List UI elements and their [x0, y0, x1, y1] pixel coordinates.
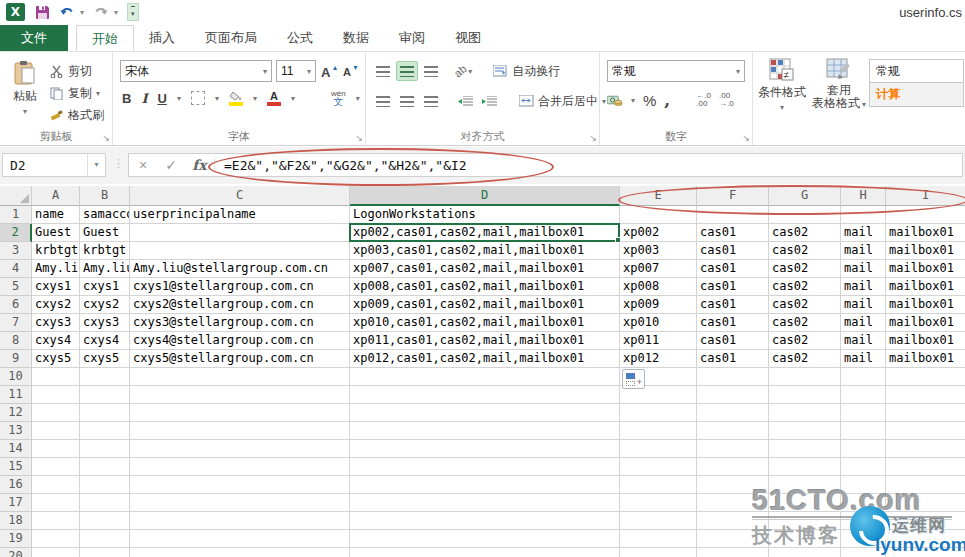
cell-B1[interactable]: samaccountname: [80, 206, 130, 224]
cell-B9[interactable]: cxys5: [80, 350, 130, 368]
cell-H19[interactable]: [841, 530, 886, 548]
cell-C8[interactable]: cxys4@stellargroup.com.cn: [130, 332, 350, 350]
row-header-8[interactable]: 8: [0, 332, 32, 350]
cell-I2[interactable]: mailbox01: [886, 224, 965, 242]
row-header-5[interactable]: 5: [0, 278, 32, 296]
format-as-table-button[interactable]: 套用表格格式 ▾: [811, 58, 867, 111]
tab-home[interactable]: 开始: [76, 25, 134, 51]
increase-decimal-button[interactable]: ←.0 .00: [696, 92, 711, 108]
cell-I12[interactable]: [886, 404, 965, 422]
cell-B16[interactable]: [80, 476, 130, 494]
cell-D7[interactable]: xp010,cas01,cas02,mail,mailbox01: [350, 314, 620, 332]
cell-I11[interactable]: [886, 386, 965, 404]
cell-G12[interactable]: [769, 404, 841, 422]
cell-D10[interactable]: [350, 368, 620, 386]
cell-A20[interactable]: [32, 548, 80, 557]
cell-A7[interactable]: cxys3: [32, 314, 80, 332]
cell-H1[interactable]: [841, 206, 886, 224]
cell-E14[interactable]: [620, 440, 697, 458]
borders-dropdown[interactable]: ▾: [215, 94, 219, 103]
row-header-4[interactable]: 4: [0, 260, 32, 278]
enter-formula-icon[interactable]: ✓: [157, 157, 185, 173]
cell-A14[interactable]: [32, 440, 80, 458]
cell-F14[interactable]: [697, 440, 769, 458]
cell-H3[interactable]: mail: [841, 242, 886, 260]
cell-I1[interactable]: [886, 206, 965, 224]
tab-review[interactable]: 审阅: [384, 25, 440, 51]
cell-F16[interactable]: [697, 476, 769, 494]
cell-A16[interactable]: [32, 476, 80, 494]
cell-F7[interactable]: cas01: [697, 314, 769, 332]
cell-A4[interactable]: Amy.liu: [32, 260, 80, 278]
font-color-dropdown[interactable]: ▾: [291, 94, 295, 103]
tab-view[interactable]: 视图: [440, 25, 496, 51]
cell-D9[interactable]: xp012,cas01,cas02,mail,mailbox01: [350, 350, 620, 368]
column-header-F[interactable]: F: [697, 186, 769, 206]
cell-B5[interactable]: cxys1: [80, 278, 130, 296]
cell-B8[interactable]: cxys4: [80, 332, 130, 350]
cell-F20[interactable]: [697, 548, 769, 557]
cell-B4[interactable]: Amy.liu: [80, 260, 130, 278]
cell-A1[interactable]: name: [32, 206, 80, 224]
cell-F15[interactable]: [697, 458, 769, 476]
tab-insert[interactable]: 插入: [134, 25, 190, 51]
cell-G13[interactable]: [769, 422, 841, 440]
select-all-corner[interactable]: [0, 186, 32, 206]
decrease-indent-icon[interactable]: [454, 91, 476, 111]
cell-D13[interactable]: [350, 422, 620, 440]
cell-G5[interactable]: cas02: [769, 278, 841, 296]
align-left-icon[interactable]: [372, 91, 394, 111]
column-header-C[interactable]: C: [130, 186, 350, 206]
cell-B11[interactable]: [80, 386, 130, 404]
cell-H4[interactable]: mail: [841, 260, 886, 278]
cell-G16[interactable]: [769, 476, 841, 494]
font-color-icon[interactable]: A: [267, 91, 281, 106]
conditional-formatting-button[interactable]: ≠ 条件格式 ▾: [757, 58, 807, 112]
cell-B12[interactable]: [80, 404, 130, 422]
row-header-20[interactable]: 20: [0, 548, 32, 557]
cell-C10[interactable]: [130, 368, 350, 386]
cell-I8[interactable]: mailbox01: [886, 332, 965, 350]
cell-C6[interactable]: cxys2@stellargroup.com.cn: [130, 296, 350, 314]
insert-function-icon[interactable]: fx: [185, 157, 215, 173]
cell-D12[interactable]: [350, 404, 620, 422]
cell-H7[interactable]: mail: [841, 314, 886, 332]
cell-E8[interactable]: xp011: [620, 332, 697, 350]
row-header-15[interactable]: 15: [0, 458, 32, 476]
cell-F6[interactable]: cas01: [697, 296, 769, 314]
cell-D5[interactable]: xp008,cas01,cas02,mail,mailbox01: [350, 278, 620, 296]
paste-options-button[interactable]: +: [622, 369, 645, 389]
cell-E12[interactable]: [620, 404, 697, 422]
cell-A5[interactable]: cxys1: [32, 278, 80, 296]
cell-C11[interactable]: [130, 386, 350, 404]
cell-A3[interactable]: krbtgt: [32, 242, 80, 260]
percent-style-button[interactable]: %: [643, 92, 656, 109]
cell-I19[interactable]: [886, 530, 965, 548]
cell-E16[interactable]: [620, 476, 697, 494]
clipboard-dialog-launcher[interactable]: ↘: [102, 133, 110, 143]
cell-I7[interactable]: mailbox01: [886, 314, 965, 332]
font-size-combo[interactable]: 11▾: [276, 60, 316, 82]
cell-D15[interactable]: [350, 458, 620, 476]
cell-D3[interactable]: xp003,cas01,cas02,mail,mailbox01: [350, 242, 620, 260]
cell-H20[interactable]: [841, 548, 886, 557]
cell-B20[interactable]: [80, 548, 130, 557]
cell-F9[interactable]: cas01: [697, 350, 769, 368]
cell-G15[interactable]: [769, 458, 841, 476]
cell-C3[interactable]: [130, 242, 350, 260]
row-header-7[interactable]: 7: [0, 314, 32, 332]
row-header-16[interactable]: 16: [0, 476, 32, 494]
cell-E15[interactable]: [620, 458, 697, 476]
cancel-formula-icon[interactable]: ×: [129, 157, 157, 173]
cell-C19[interactable]: [130, 530, 350, 548]
font-dialog-launcher[interactable]: ↘: [355, 133, 363, 143]
number-format-combo[interactable]: 常规▾: [607, 60, 745, 82]
cell-A11[interactable]: [32, 386, 80, 404]
cell-A15[interactable]: [32, 458, 80, 476]
column-header-G[interactable]: G: [769, 186, 841, 206]
cell-A10[interactable]: [32, 368, 80, 386]
cell-style-normal[interactable]: 常规: [869, 59, 964, 83]
cell-H9[interactable]: mail: [841, 350, 886, 368]
cell-D17[interactable]: [350, 494, 620, 512]
cell-E2[interactable]: xp002: [620, 224, 697, 242]
